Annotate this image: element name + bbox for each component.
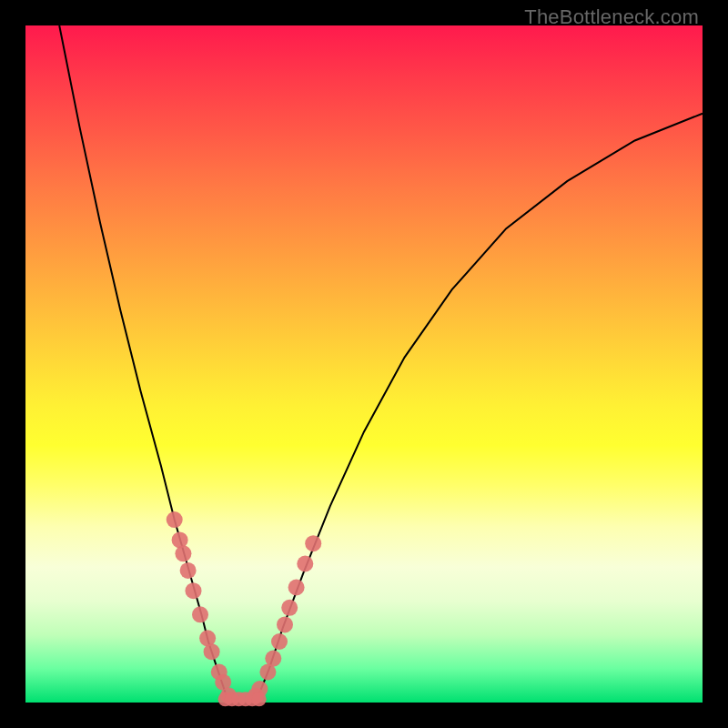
marker-dot bbox=[204, 643, 220, 660]
marker-dot bbox=[252, 692, 267, 706]
marker-dot bbox=[297, 556, 313, 572]
marker-dot bbox=[192, 606, 208, 622]
marker-dot bbox=[175, 545, 191, 561]
marker-dot bbox=[271, 633, 288, 650]
markers-left-group bbox=[167, 511, 238, 704]
markers-bottom-group bbox=[218, 692, 267, 706]
chart-frame: TheBottleneck.com bbox=[0, 0, 728, 728]
marker-dot bbox=[265, 651, 281, 667]
curve-right bbox=[256, 114, 703, 703]
curve-left bbox=[59, 25, 228, 703]
marker-dot bbox=[186, 582, 202, 599]
markers-right-group bbox=[248, 535, 321, 703]
marker-dot bbox=[180, 562, 197, 579]
marker-dot bbox=[167, 511, 183, 528]
marker-dot bbox=[305, 535, 321, 551]
marker-dot bbox=[281, 600, 298, 616]
marker-dot bbox=[288, 580, 305, 596]
marker-dot bbox=[277, 616, 293, 632]
curve-layer bbox=[25, 25, 703, 703]
